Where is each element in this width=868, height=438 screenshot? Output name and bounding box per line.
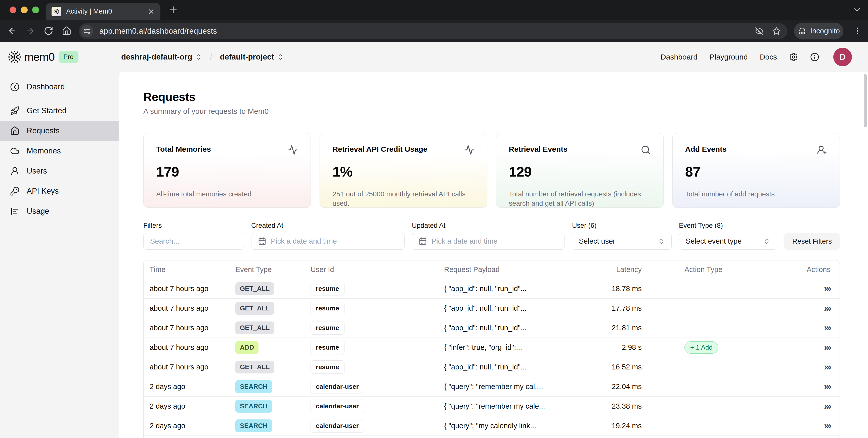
rocket-icon (10, 106, 20, 115)
window-close-button[interactable] (9, 6, 17, 13)
avatar[interactable]: D (833, 48, 852, 66)
home-button[interactable] (62, 26, 71, 36)
cell-latency: 22.04 ms (572, 382, 642, 391)
date-placeholder: Pick a date and time (271, 237, 337, 245)
table-row[interactable]: about 7 hours ago GET_ALL resume { "app_… (144, 357, 840, 377)
table-row[interactable]: about 7 hours ago GET_ALL resume { "app_… (144, 298, 840, 318)
stat-card-description: Total number of retrieval requests (incl… (509, 189, 651, 208)
stat-card-title: Add Events (685, 145, 727, 154)
search-input-wrap (143, 233, 244, 250)
reload-button[interactable] (44, 26, 53, 36)
table-row[interactable]: about 7 hours ago GET_ALL resume { "app_… (144, 279, 840, 298)
expand-row-icon[interactable]: ››› (824, 342, 831, 352)
sidebar-item-users[interactable]: Users (0, 161, 119, 181)
user-id-badge: calendar-user (311, 419, 364, 433)
sidebar-item-usage[interactable]: Usage (0, 201, 119, 221)
chevrons-up-down-icon[interactable] (277, 54, 284, 61)
stat-cards: Total Memories 179 All-time total memori… (143, 133, 840, 208)
bookmark-star-icon[interactable] (772, 27, 781, 35)
event-type-badge: GET_ALL (235, 361, 274, 373)
gear-icon[interactable] (789, 53, 798, 62)
back-button[interactable] (7, 26, 17, 36)
info-icon[interactable] (810, 53, 819, 62)
browser-tab[interactable]: Activity | Mem0 (46, 3, 160, 20)
stat-card-value: 87 (685, 164, 827, 180)
breadcrumb: deshraj-default-org / default-project (121, 42, 284, 72)
browser-menu-icon[interactable] (853, 24, 862, 38)
tab-favicon-icon (52, 7, 61, 16)
created-at-picker[interactable]: Pick a date and time (251, 233, 405, 250)
sidebar-item-api-keys[interactable]: API Keys (0, 181, 119, 201)
cell-payload: { "app_id": null, "run_id"... (438, 284, 572, 293)
eye-off-icon[interactable] (755, 27, 764, 35)
table-row[interactable]: 2 days ago SEARCH calendar-user { "query… (144, 416, 840, 436)
cell-payload: { "infer": true, "org_id":... (438, 343, 572, 351)
cell-payload: { "query": "remember my cal.... (438, 382, 572, 391)
cloud-icon (10, 146, 20, 156)
expand-row-icon[interactable]: ››› (824, 303, 831, 313)
table-row[interactable]: 2 days ago SEARCH calendar-user { "query… (144, 377, 840, 396)
updated-at-label: Updated At (412, 222, 565, 230)
chevrons-up-down-icon[interactable] (195, 54, 202, 61)
sidebar-item-label: Get Started (27, 106, 67, 115)
cell-time: 2 days ago (144, 422, 229, 430)
window-zoom-button[interactable] (32, 6, 39, 13)
app-header: mem0 Pro deshraj-default-org / default-p… (0, 42, 868, 72)
expand-row-icon[interactable]: ››› (824, 323, 831, 333)
sidebar-item-requests[interactable]: Requests (0, 121, 119, 141)
sidebar-item-get-started[interactable]: Get Started (0, 101, 119, 121)
event-type-select[interactable]: Select event type (679, 233, 777, 250)
site-settings-icon[interactable] (81, 25, 93, 37)
user-select[interactable]: Select user (572, 233, 672, 250)
expand-row-icon[interactable]: ››› (824, 381, 831, 392)
cell-time: about 7 hours ago (144, 363, 229, 371)
incognito-label: Incognito (810, 27, 840, 35)
project-selector[interactable]: default-project (220, 53, 274, 62)
page-scrollbar[interactable] (864, 74, 867, 127)
search-input[interactable] (150, 237, 237, 245)
event-type-badge: GET_ALL (235, 282, 274, 295)
address-bar[interactable]: app.mem0.ai/dashboard/requests (79, 23, 787, 39)
created-at-label: Created At (251, 222, 405, 230)
stat-card-value: 179 (156, 164, 298, 180)
event-type-select-value: Select event type (686, 237, 758, 245)
col-action-type: Action Type (642, 266, 774, 274)
org-selector[interactable]: deshraj-default-org (121, 53, 192, 62)
cell-time: about 7 hours ago (144, 284, 229, 293)
sidebar-item-memories[interactable]: Memories (0, 141, 119, 161)
sidebar-item-label: Requests (27, 126, 60, 135)
sidebar-item-dashboard[interactable]: Dashboard (0, 77, 119, 97)
expand-row-icon[interactable]: ››› (824, 401, 831, 411)
col-time: Time (144, 266, 229, 274)
cell-latency: 21.81 ms (572, 324, 642, 332)
cell-latency: 23.38 ms (572, 402, 642, 410)
col-latency: Latency (572, 266, 642, 274)
stat-card-add-events: Add Events 87 Total number of add reques… (672, 133, 840, 208)
main-content: Requests A summary of your requests to M… (119, 72, 868, 438)
tab-close-icon[interactable] (147, 8, 155, 15)
stat-card-value: 1% (333, 164, 474, 180)
table-row[interactable]: about 7 hours ago GET_ALL resume { "app_… (144, 318, 840, 338)
page-title: Requests (143, 91, 840, 103)
window-minimize-button[interactable] (21, 6, 28, 13)
filters-label: Filters (143, 222, 244, 230)
nav-playground-link[interactable]: Playground (710, 53, 748, 61)
forward-button[interactable] (26, 26, 35, 36)
url-text[interactable]: app.mem0.ai/dashboard/requests (99, 27, 217, 36)
table-row[interactable]: 2 days ago SEARCH calendar-user { "query… (144, 396, 840, 416)
new-tab-button[interactable] (168, 4, 179, 15)
nav-docs-link[interactable]: Docs (760, 53, 777, 61)
tab-search-chevron-icon[interactable] (852, 5, 862, 14)
reset-filters-button[interactable]: Reset Filters (784, 233, 840, 250)
nav-dashboard-link[interactable]: Dashboard (660, 53, 698, 61)
expand-row-icon[interactable]: ››› (824, 362, 831, 372)
chevrons-up-down-icon (763, 238, 770, 245)
expand-row-icon[interactable]: ››› (824, 420, 831, 431)
table-row[interactable]: about 7 hours ago ADD resume { "infer": … (144, 338, 840, 357)
expand-row-icon[interactable]: ››› (824, 283, 831, 294)
brand[interactable]: mem0 Pro (7, 42, 79, 72)
cell-time: about 7 hours ago (144, 343, 229, 351)
updated-at-picker[interactable]: Pick a date and time (412, 233, 565, 250)
mem0-logo-icon (7, 50, 22, 64)
stat-card-title: Retrieval API Credit Usage (333, 145, 427, 154)
